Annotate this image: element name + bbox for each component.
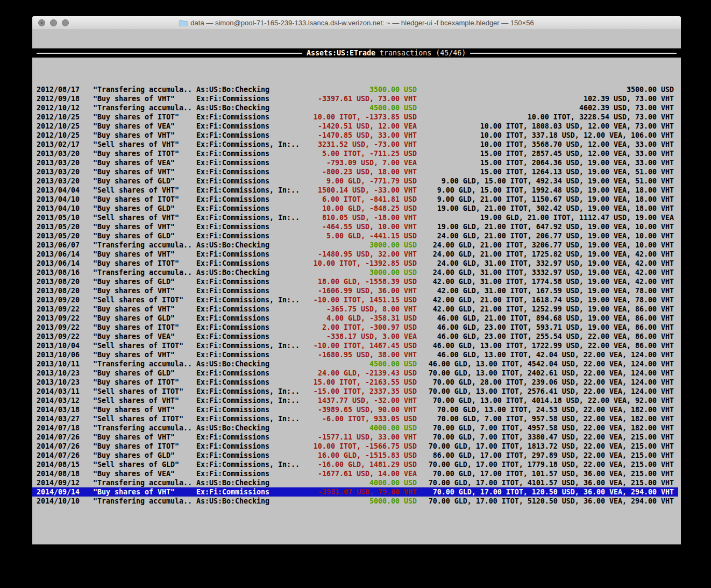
txn-account: As:US:Bo:Checking — [196, 103, 304, 112]
table-row[interactable]: 2013/06/07"Transfering accumula..As:US:B… — [32, 240, 678, 250]
table-row[interactable]: 2013/06/14"Buy shares of ITOT"Ex:Fi:Comm… — [32, 259, 678, 268]
txn-amount: 9.00 GLD, -771.79 USD — [304, 176, 417, 186]
table-row[interactable]: 2013/08/16"Transfering accumula..As:US:B… — [32, 268, 678, 277]
table-row[interactable]: 2012/10/25"Buy shares of VEA"Ex:Fi:Commi… — [32, 122, 678, 131]
zoom-button[interactable] — [62, 19, 69, 26]
table-row[interactable]: 2014/03/27"Sell shares of ITOT"Ex:Fi:Com… — [32, 414, 678, 423]
txn-balance: 70.00 GLD, 28.00 ITOT, 239.06 USD, 22.00… — [417, 378, 674, 387]
table-row[interactable]: 2013/04/10"Buy shares of ITOT"Ex:Fi:Comm… — [32, 195, 678, 204]
table-row[interactable]: 2014/07/26"Buy shares of VHT"Ex:Fi:Commi… — [32, 433, 678, 442]
table-row[interactable]: 2013/05/10"Sell shares of VHT"Ex:Fi:Comm… — [32, 213, 678, 222]
txn-amount: -1577.11 USD, 33.00 VHT — [304, 433, 417, 442]
table-row[interactable]: 2013/03/20"Buy shares of GLD"Ex:Fi:Commi… — [32, 176, 678, 186]
txn-balance: 24.00 GLD, 21.00 ITOT, 206.77 USD, 19.00… — [417, 231, 674, 240]
txn-date: 2014/07/26 — [37, 433, 82, 442]
txn-balance: 70.00 GLD, 17.00 ITOT, 1813.72 USD, 22.0… — [417, 442, 674, 451]
table-row[interactable]: 2013/10/23"Buy shares of GLD"Ex:Fi:Commi… — [32, 369, 678, 378]
txn-date: 2014/09/14 — [37, 487, 82, 497]
table-row[interactable]: 2013/03/20"Buy shares of ITOT"Ex:Fi:Comm… — [32, 149, 678, 158]
txn-date: 2014/03/18 — [37, 405, 82, 414]
txn-balance: 46.00 GLD, 13.00 ITOT, 4542.04 USD, 22.0… — [417, 359, 674, 369]
txn-amount: -1470.85 USD, 33.00 VHT — [304, 131, 417, 140]
txn-amount: 10.00 GLD, -848.25 USD — [304, 204, 417, 213]
table-row[interactable]: 2013/03/20"Buy shares of VEA"Ex:Fi:Commi… — [32, 158, 678, 167]
txn-date: 2013/02/17 — [37, 140, 82, 149]
txn-date: 2012/10/25 — [37, 122, 82, 131]
txn-balance: 9.00 GLD, 21.00 ITOT, 1150.67 USD, 19.00… — [417, 195, 674, 204]
terminal-window: data — simon@pool-71-165-239-133.lsanca.… — [32, 16, 681, 544]
table-row[interactable]: 2013/09/22"Buy shares of VEA"Ex:Fi:Commi… — [32, 332, 678, 341]
minimize-button[interactable] — [50, 19, 57, 26]
table-row[interactable]: 2012/10/25"Buy shares of VHT"Ex:Fi:Commi… — [32, 131, 678, 140]
txn-account: Ex:Fi:Commissions — [196, 204, 304, 213]
txn-balance: 24.00 GLD, 21.00 ITOT, 1725.82 USD, 19.0… — [417, 250, 674, 259]
table-row[interactable]: 2013/10/11"Transfering accumula..As:US:B… — [32, 359, 678, 369]
txn-date: 2012/09/18 — [37, 94, 82, 103]
table-row[interactable]: 2013/09/22"Buy shares of VHT"Ex:Fi:Commi… — [32, 304, 678, 314]
txn-account: Ex:Fi:Commissions, In:.. — [196, 414, 304, 423]
table-row[interactable]: 2013/05/20"Buy shares of GLD"Ex:Fi:Commi… — [32, 231, 678, 240]
table-row[interactable]: 2014/03/12"Sell shares of VHT"Ex:Fi:Comm… — [32, 396, 678, 405]
txn-account: Ex:Fi:Commissions — [196, 176, 304, 186]
table-row[interactable]: 2013/08/20"Buy shares of VHT"Ex:Fi:Commi… — [32, 286, 678, 295]
table-row[interactable]: 2013/05/20"Buy shares of VHT"Ex:Fi:Commi… — [32, 222, 678, 231]
txn-date: 2013/05/20 — [37, 222, 82, 231]
txn-balance: 42.00 GLD, 21.00 ITOT, 1618.74 USD, 19.0… — [417, 295, 674, 304]
traffic-lights — [38, 16, 69, 30]
txn-balance: 86.00 GLD, 17.00 ITOT, 297.89 USD, 22.00… — [417, 451, 674, 460]
table-row[interactable]: 2014/07/26"Buy shares of GLD"Ex:Fi:Commi… — [32, 451, 678, 460]
table-row[interactable]: 2013/06/14"Buy shares of VHT"Ex:Fi:Commi… — [32, 250, 678, 259]
table-row[interactable]: 2014/07/18"Transfering accumula..As:US:B… — [32, 423, 678, 433]
txn-account: Ex:Fi:Commissions — [196, 405, 304, 414]
table-row[interactable]: 2014/03/11"Sell shares of ITOT"Ex:Fi:Com… — [32, 387, 678, 396]
table-row[interactable]: 2012/09/18"Buy shares of VHT"Ex:Fi:Commi… — [32, 94, 678, 103]
table-row[interactable]: 2014/03/18"Buy shares of VHT"Ex:Fi:Commi… — [32, 405, 678, 414]
table-row[interactable]: 2014/09/14"Buy shares of VHT"Ex:Fi:Commi… — [32, 487, 678, 497]
table-row[interactable]: 2012/10/25"Buy shares of ITOT"Ex:Fi:Comm… — [32, 112, 678, 122]
table-row[interactable]: 2012/08/17"Transfering accumula..As:US:B… — [32, 85, 678, 94]
table-row[interactable]: 2013/04/10"Buy shares of GLD"Ex:Fi:Commi… — [32, 204, 678, 213]
table-row[interactable]: 2013/10/23"Buy shares of ITOT"Ex:Fi:Comm… — [32, 378, 678, 387]
table-row[interactable]: 2014/08/18"Buy shares of VEA"Ex:Fi:Commi… — [32, 469, 678, 478]
table-row[interactable]: 2013/09/22"Buy shares of GLD"Ex:Fi:Commi… — [32, 314, 678, 323]
txn-account: Ex:Fi:Commissions — [196, 195, 304, 204]
table-row[interactable]: 2013/02/17"Sell shares of VHT"Ex:Fi:Comm… — [32, 140, 678, 149]
txn-balance: 46.00 GLD, 21.00 ITOT, 894.68 USD, 19.00… — [417, 314, 674, 323]
txn-account: Ex:Fi:Commissions — [196, 222, 304, 231]
txn-description: "Sell shares of ITOT" — [93, 295, 196, 304]
table-row[interactable]: 2012/10/12"Transfering accumula..As:US:B… — [32, 103, 678, 112]
txn-account: Ex:Fi:Commissions — [196, 94, 304, 103]
table-row[interactable]: 2013/09/20"Sell shares of ITOT"Ex:Fi:Com… — [32, 295, 678, 304]
txn-date: 2014/03/27 — [37, 414, 82, 423]
table-row[interactable]: 2014/09/12"Transfering accumula..As:US:B… — [32, 478, 678, 487]
table-row[interactable]: 2013/09/22"Buy shares of ITOT"Ex:Fi:Comm… — [32, 323, 678, 332]
txn-account: As:US:Bo:Checking — [196, 497, 304, 506]
txn-balance: 10.00 ITOT, 1808.03 USD, 12.00 VEA, 73.0… — [417, 122, 674, 131]
table-row[interactable]: 2014/08/15"Sell shares of GLD"Ex:Fi:Comm… — [32, 460, 678, 469]
txn-description: "Buy shares of GLD" — [93, 314, 196, 323]
txn-description: "Sell shares of ITOT" — [93, 387, 196, 396]
txn-balance: 46.00 GLD, 23.00 ITOT, 255.54 USD, 22.00… — [417, 332, 674, 341]
txn-date: 2013/03/20 — [37, 149, 82, 158]
screen-title-account: Assets:US:ETrade — [307, 49, 375, 57]
table-row[interactable]: 2014/07/26"Buy shares of ITOT"Ex:Fi:Comm… — [32, 442, 678, 451]
folder-icon — [179, 19, 188, 26]
txn-amount: 3500.00 USD — [304, 85, 417, 94]
table-row[interactable]: 2013/04/04"Sell shares of VHT"Ex:Fi:Comm… — [32, 186, 678, 195]
txn-description: "Buy shares of VHT" — [93, 131, 196, 140]
table-row[interactable]: 2014/10/10"Transfering accumula..As:US:B… — [32, 497, 678, 506]
txn-date: 2013/10/06 — [37, 350, 82, 359]
table-row[interactable]: 2013/10/04"Sell shares of ITOT"Ex:Fi:Com… — [32, 341, 678, 350]
txn-account: As:US:Bo:Checking — [196, 268, 304, 277]
txn-balance: 4602.39 USD, 73.00 VHT — [417, 103, 674, 112]
txn-balance: 46.00 GLD, 23.00 ITOT, 593.71 USD, 19.00… — [417, 323, 674, 332]
txn-description: "Buy shares of ITOT" — [93, 149, 196, 158]
table-row[interactable]: 2013/03/20"Buy shares of VHT"Ex:Fi:Commi… — [32, 167, 678, 176]
txn-amount: -365.75 USD, 8.00 VHT — [304, 304, 417, 314]
txn-balance: 46.00 GLD, 13.00 ITOT, 42.04 USD, 22.00 … — [417, 350, 674, 359]
close-button[interactable] — [38, 19, 45, 26]
table-row[interactable]: 2013/10/06"Buy shares of VHT"Ex:Fi:Commi… — [32, 350, 678, 359]
txn-account: Ex:Fi:Commissions — [196, 369, 304, 378]
table-row[interactable]: 2013/08/20"Buy shares of GLD"Ex:Fi:Commi… — [32, 277, 678, 286]
txn-description: "Buy shares of ITOT" — [93, 195, 196, 204]
